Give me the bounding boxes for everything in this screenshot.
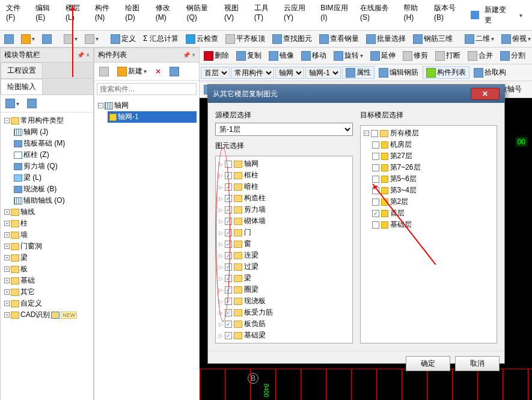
element-item[interactable]: ▷✓板受力筋 [219, 307, 350, 318]
slab-icon [14, 186, 22, 193]
floor-icon [381, 153, 388, 160]
target-floor-item[interactable]: 第27层 [372, 150, 495, 162]
tb-save[interactable] [39, 32, 55, 46]
target-floor-item[interactable]: 第7~26层 [372, 162, 495, 173]
tb-define[interactable]: 定义 [108, 32, 139, 46]
tb-2d[interactable]: 二维▾ [462, 32, 497, 46]
dialog-close-button[interactable]: ✕ [471, 88, 500, 100]
folder-icon [234, 218, 242, 225]
tab-project-settings[interactable]: 工程设置 [1, 63, 43, 78]
element-item[interactable]: ▷✓暗柱 [219, 181, 350, 192]
rt-break[interactable]: 打断 [432, 49, 463, 63]
target-floor-tree[interactable]: −所有楼层 机房层第27层第7~26层第5~6层第3~4层第2层✓首层基础层 [360, 125, 498, 343]
component-tree[interactable]: −轴网 轴网-1 [94, 97, 199, 400]
menu-help[interactable]: 帮助(H) [400, 1, 430, 29]
target-floor-label: 目标楼层选择 [360, 110, 498, 120]
rt-extend[interactable]: 延伸 [367, 49, 399, 63]
tb-undo[interactable]: ▾ [61, 32, 81, 46]
rt-merge[interactable]: 合并 [465, 49, 496, 63]
element-item[interactable]: ▷✓梁 [219, 272, 350, 284]
mid-btn-copy[interactable] [167, 65, 182, 78]
element-item[interactable]: ▷✓砌体墙 [219, 215, 350, 227]
comp-select[interactable]: 轴网 [275, 67, 304, 79]
pick-button[interactable]: 拾取构 [471, 66, 509, 79]
tb-cloudcheck[interactable]: 云检查 [183, 32, 221, 46]
comptype-select[interactable]: 常用构件 [231, 67, 274, 79]
rt-delete[interactable]: 删除 [201, 49, 232, 63]
tb-sum[interactable]: Σ 汇总计算 [140, 32, 182, 46]
tb-batch[interactable]: 批量选择 [363, 32, 409, 46]
element-item[interactable]: ▷✓构造柱 [219, 192, 350, 204]
tb-rebar3d[interactable]: 钢筋三维 [410, 32, 456, 46]
editrebar-button[interactable]: 编辑钢筋 [376, 66, 421, 79]
menu-version[interactable]: 版本号(B) [430, 1, 467, 29]
element-tree[interactable]: ▷轴网▷✓框柱▷✓暗柱▷✓构造柱▷✓剪力墙▷✓砌体墙▷✓门▷✓窗▷✓连梁▷✓过梁… [215, 156, 353, 343]
menu-modify[interactable]: 修改(M) [152, 1, 183, 29]
mid-btn-prev[interactable] [96, 65, 112, 78]
folder-icon [234, 309, 242, 316]
folder-icon [234, 286, 242, 294]
target-floor-item[interactable]: ✓首层 [372, 208, 495, 219]
element-item[interactable]: ▷✓门 [219, 227, 350, 238]
tb-new[interactable] [1, 32, 17, 46]
target-floor-item[interactable]: 基础层 [372, 219, 495, 230]
rt-trim[interactable]: 修剪 [400, 49, 431, 63]
new-change-button[interactable]: 新建变更▾ [467, 1, 530, 29]
element-item[interactable]: ▷✓基础梁 [219, 330, 350, 341]
menu-view[interactable]: 视图(V) [221, 1, 251, 29]
menu-bim[interactable]: BIM应用(I) [317, 1, 356, 29]
element-item[interactable]: ▷✓连梁 [219, 250, 350, 261]
element-item[interactable]: ▷轴网 [219, 158, 350, 170]
complist-button[interactable]: 构件列表 [423, 66, 469, 79]
target-floor-item[interactable]: 第5~6层 [372, 173, 495, 185]
element-item[interactable]: ▷✓圈梁 [219, 284, 350, 295]
menu-tool[interactable]: 工具(T) [251, 1, 280, 29]
toolbar-main: ▾ ▾ ▾ 定义 Σ 汇总计算 云检查 平齐板顶 查找图元 查看钢量 批量选择 … [0, 31, 532, 48]
menu-rebar[interactable]: 钢筋量(Q) [183, 1, 220, 29]
rt-copy[interactable]: 复制 [233, 49, 264, 63]
target-floor-item[interactable]: 第3~4层 [372, 185, 495, 196]
tb-redo[interactable]: ▾ [82, 32, 102, 46]
menu-component[interactable]: 构件(N) [91, 1, 122, 29]
prop-button[interactable]: 属性 [342, 66, 375, 79]
menu-cloud[interactable]: 云应用(Y) [280, 1, 317, 29]
search-input[interactable] [97, 83, 197, 95]
ok-button[interactable]: 确定 [406, 356, 450, 371]
tb-find[interactable]: 查找图元 [269, 32, 315, 46]
element-item[interactable]: ▷✓过梁 [219, 261, 350, 272]
source-floor-select[interactable]: 第-1层 [215, 123, 353, 136]
menu-floor[interactable]: 楼层(L) [62, 1, 91, 29]
target-floor-item[interactable]: 机房层 [372, 139, 495, 150]
element-item[interactable]: ▷✓框柱 [219, 170, 350, 181]
pin-icon[interactable]: 📌 × [183, 52, 195, 58]
menu-file[interactable]: 文件(F) [2, 1, 32, 29]
tb-level[interactable]: 平齐板顶 [222, 32, 268, 46]
floor-select[interactable]: 首层 [201, 67, 230, 79]
nav-tree[interactable]: −常用构件类型 轴网 (J) 筏板基础 (M) 框柱 (Z) 剪力墙 (Q) 梁… [1, 112, 93, 400]
element-item[interactable]: ▷✓现浇板 [219, 295, 350, 307]
element-item[interactable]: ▷✓剪力墙 [219, 204, 350, 215]
tb-viewrebar[interactable]: 查看钢量 [316, 32, 362, 46]
tb-topview[interactable]: 俯视▾ [498, 32, 532, 46]
tb-open[interactable]: ▾ [18, 32, 38, 46]
element-item[interactable]: ▷✓板负筋 [219, 318, 350, 330]
menu-draw[interactable]: 绘图(D) [121, 1, 152, 29]
rt-mirror[interactable]: 镜像 [266, 49, 297, 63]
nav-panel-title: 模块导航栏 [4, 50, 40, 60]
menu-edit[interactable]: 编辑(E) [32, 1, 62, 29]
mid-btn-del[interactable]: ✕ [152, 66, 164, 78]
rt-rotate[interactable]: 旋转▾ [331, 49, 366, 63]
folder-icon [234, 172, 242, 179]
pin-icon[interactable]: 📌 × [77, 52, 90, 58]
nav-btn2[interactable] [24, 97, 40, 110]
nav-btn1[interactable]: ▾ [2, 97, 22, 110]
cancel-button[interactable]: 取消 [455, 356, 500, 371]
tab-draw-input[interactable]: 绘图输入 [1, 79, 43, 94]
menu-online[interactable]: 在线服务(S) [356, 1, 400, 29]
element-item[interactable]: ▷✓窗 [219, 238, 350, 250]
rt-split[interactable]: 分割 [497, 49, 528, 63]
floor-icon [381, 210, 388, 217]
mid-btn-new[interactable]: 新建▾ [114, 64, 150, 78]
rt-move[interactable]: 移动 [298, 49, 329, 63]
compitem-select[interactable]: 轴网-1 [305, 67, 341, 79]
